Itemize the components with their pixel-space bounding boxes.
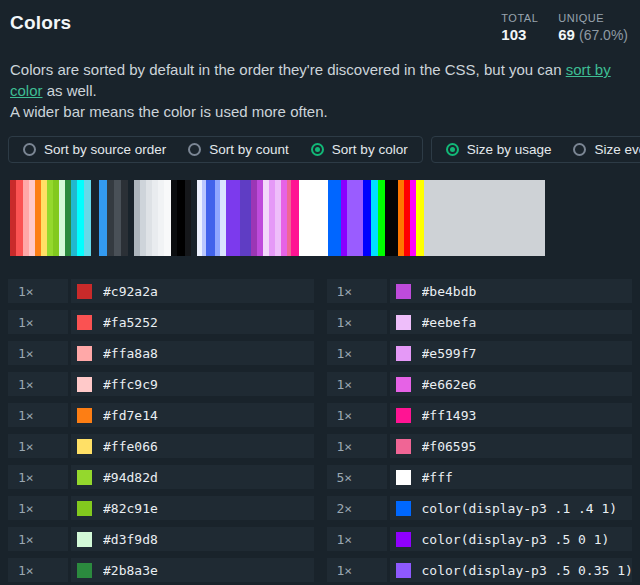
stat-total-value: 103 [501,26,526,43]
color-stripe [164,180,171,256]
radio-sort-by-source-order[interactable]: Sort by source order [12,142,177,157]
color-list: 1×#c92a2a1×#fa52521×#ffa8a81×#ffc9c91×#f… [8,279,632,582]
color-count: 1× [327,279,387,303]
radio-label: Sort by source order [44,142,166,157]
color-value-cell: #e662e6 [390,372,633,396]
color-value: #c92a2a [103,284,158,299]
color-count: 1× [8,496,68,520]
color-stripe [177,180,185,256]
radio-label: Sort by color [332,142,408,157]
color-row: 1×#eebefa [327,310,633,334]
color-stripe [99,180,107,256]
color-value-cell: #d3f9d8 [71,527,314,551]
color-count: 1× [8,527,68,551]
description-line1: Colors are sorted by default in the orde… [10,59,628,101]
color-count: 1× [327,558,387,582]
color-swatch [396,470,411,485]
radio-sort-by-color[interactable]: Sort by color [300,142,419,157]
color-value-cell: #f06595 [390,434,633,458]
color-row: 1×#e599f7 [327,341,633,365]
color-value: #ffa8a8 [103,346,158,361]
color-stripe [371,180,378,256]
color-stripe [16,180,23,256]
color-value-cell: #2b8a3e [71,558,314,582]
color-count: 2× [327,496,387,520]
radio-label: Size by usage [467,142,552,157]
color-row: 1×#c92a2a [8,279,314,303]
color-value: #d3f9d8 [103,532,158,547]
color-count: 1× [327,341,387,365]
color-value: #e662e6 [422,377,477,392]
color-value: color(display-p3 .5 0.35 1) [422,563,633,578]
color-swatch [396,501,411,516]
color-row: 1×#82c91e [8,496,314,520]
color-value: #be4bdb [422,284,477,299]
color-value: #ff1493 [422,408,477,423]
color-swatch [396,315,411,330]
color-list-right-column: 1×#be4bdb1×#eebefa1×#e599f71×#e662e61×#f… [327,279,633,582]
color-swatch [396,284,411,299]
color-stripe [84,180,91,256]
radio-circle-icon [311,143,324,156]
color-row: 1×color(display-p3 .5 0 1) [327,527,633,551]
color-value-cell: #ffc9c9 [71,372,314,396]
color-stripe [240,180,251,256]
color-value-cell: #fff [390,465,633,489]
color-count: 1× [327,434,387,458]
color-swatch [77,501,92,516]
color-swatch [396,377,411,392]
color-value: #e599f7 [422,346,477,361]
color-stripe [77,180,84,256]
color-row: 1×#fa5252 [8,310,314,334]
radio-circle-icon [23,143,36,156]
color-value-cell: #82c91e [71,496,314,520]
color-count: 1× [327,372,387,396]
color-stripe [121,180,128,256]
color-row: 1×#d3f9d8 [8,527,314,551]
color-value-cell: color(display-p3 .1 .4 1) [390,496,633,520]
color-row: 1×#f06595 [327,434,633,458]
radio-size-evenly[interactable]: Size evenly [562,142,640,157]
radio-size-by-usage[interactable]: Size by usage [435,142,563,157]
color-value: color(display-p3 .5 0 1) [422,532,610,547]
color-swatch [77,284,92,299]
color-stripe [416,180,424,256]
panel-header: Colors TOTAL 103 UNIQUE 69(67.0%) [0,0,640,43]
color-row: 1×#ff1493 [327,403,633,427]
radio-label: Sort by count [209,142,289,157]
color-swatch [396,346,411,361]
color-stripe [226,180,240,256]
stat-unique: UNIQUE 69(67.0%) [558,12,628,43]
color-count: 5× [327,465,387,489]
color-stripe [107,180,114,256]
color-value-cell: #94d82d [71,465,314,489]
radio-sort-by-count[interactable]: Sort by count [177,142,300,157]
color-value: #ffc9c9 [103,377,158,392]
color-value-cell: #be4bdb [390,279,633,303]
color-value: #fff [422,470,453,485]
color-row: 1×#e662e6 [327,372,633,396]
color-value: #ffe066 [103,439,158,454]
color-swatch [77,563,92,578]
color-swatch [77,470,92,485]
color-row: 1×#ffc9c9 [8,372,314,396]
color-stripe [328,180,341,256]
color-value-cell: #ffe066 [71,434,314,458]
sort-size-toolbar: Sort by source orderSort by countSort by… [8,136,632,163]
color-row: 1×color(display-p3 .5 0.35 1) [327,558,633,582]
color-stripe [363,180,371,256]
color-row: 5×#fff [327,465,633,489]
stat-unique-percent: (67.0%) [579,27,628,43]
color-swatch [77,346,92,361]
color-count: 1× [8,403,68,427]
radio-circle-icon [188,143,201,156]
stat-unique-label: UNIQUE [558,12,604,24]
color-list-left-column: 1×#c92a2a1×#fa52521×#ffa8a81×#ffc9c91×#f… [8,279,314,582]
color-count: 1× [8,558,68,582]
bar-gap [91,180,99,256]
color-swatch [77,439,92,454]
description-before-link: Colors are sorted by default in the orde… [10,61,566,78]
color-value: #f06595 [422,439,477,454]
radio-group-size: Size by usageSize evenly [431,136,640,163]
color-value: #fa5252 [103,315,158,330]
